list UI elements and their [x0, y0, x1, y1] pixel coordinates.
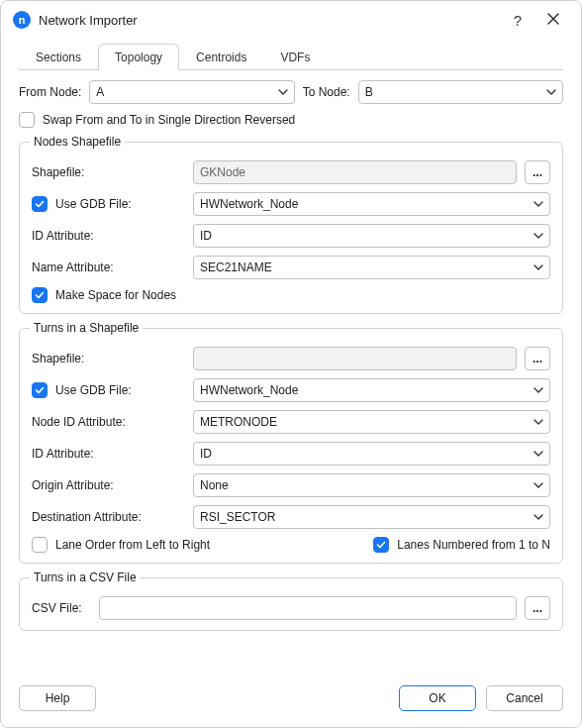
lanes-numbered-label: Lanes Numbered from 1 to N: [397, 538, 550, 552]
group-legend: Nodes Shapefile: [30, 135, 125, 149]
footer: Help OK Cancel: [1, 676, 581, 727]
turns-nodeid-select[interactable]: METRONODE: [193, 410, 550, 434]
csv-file-label: CSV File:: [32, 601, 91, 615]
to-node-select[interactable]: B: [358, 80, 563, 104]
shapefile-label: Shapefile:: [32, 165, 185, 179]
nodes-shapefile-group: Nodes Shapefile Shapefile: GKNode ... Us…: [19, 142, 563, 314]
tab-topology[interactable]: Topology: [98, 44, 179, 70]
make-space-checkbox[interactable]: Make Space for Nodes: [32, 287, 176, 303]
lane-order-checkbox[interactable]: Lane Order from Left to Right: [32, 537, 210, 553]
app-icon-letter: n: [19, 14, 26, 26]
tab-sections[interactable]: Sections: [19, 44, 98, 70]
help-button[interactable]: Help: [19, 685, 96, 711]
use-gdb-label: Use GDB File:: [55, 383, 132, 397]
close-icon: [547, 12, 559, 28]
nodes-id-select[interactable]: ID: [193, 224, 550, 248]
turns-dest-row: Destination Attribute: RSI_SECTOR: [32, 505, 550, 529]
nodes-name-row: Name Attribute: SEC21NAME: [32, 256, 550, 279]
nodes-shapefile-browse-button[interactable]: ...: [525, 160, 550, 184]
app-icon: n: [13, 11, 31, 29]
ellipsis-icon: ...: [533, 165, 542, 179]
question-icon: ?: [514, 12, 522, 29]
chevron-down-icon: [534, 480, 543, 490]
chevron-down-icon: [546, 87, 556, 97]
turns-id-select[interactable]: ID: [193, 442, 550, 466]
nodes-use-gdb-checkbox[interactable]: Use GDB File:: [32, 196, 185, 212]
turns-lane-opts-row: Lane Order from Left to Right Lanes Numb…: [32, 537, 550, 553]
chevron-down-icon: [534, 385, 543, 395]
turns-shapefile-field[interactable]: [193, 347, 517, 370]
nodes-name-value: SEC21NAME: [200, 260, 272, 274]
nodes-shapefile-value: GKNode: [200, 165, 245, 179]
turns-shapefile-row: Shapefile: ...: [32, 347, 550, 370]
turns-origin-value: None: [200, 478, 229, 492]
tab-bar: Sections Topology Centroids VDFs: [19, 43, 563, 70]
ellipsis-icon: ...: [533, 601, 542, 615]
csv-file-field[interactable]: [99, 596, 517, 620]
tab-label: VDFs: [280, 51, 310, 64]
make-space-label: Make Space for Nodes: [55, 288, 176, 302]
window-title: Network Importer: [39, 13, 138, 28]
lanes-numbered-checkbox[interactable]: Lanes Numbered from 1 to N: [373, 537, 550, 553]
lane-order-label: Lane Order from Left to Right: [55, 538, 210, 552]
turns-nodeid-value: METRONODE: [200, 415, 277, 429]
id-attr-label: ID Attribute:: [32, 229, 185, 243]
ok-button[interactable]: OK: [399, 685, 476, 711]
chevron-down-icon: [534, 231, 543, 241]
tab-label: Topology: [115, 51, 162, 64]
titlebar: n Network Importer ?: [1, 1, 581, 39]
tab-vdfs[interactable]: VDFs: [263, 44, 327, 70]
checkbox-box: [32, 382, 48, 398]
nodes-gdb-select[interactable]: HWNetwork_Node: [193, 192, 550, 216]
cancel-button-label: Cancel: [506, 691, 542, 705]
dialog-window: n Network Importer ? Sections Topology C…: [0, 0, 582, 728]
use-gdb-label: Use GDB File:: [55, 197, 132, 211]
nodes-id-row: ID Attribute: ID: [32, 224, 550, 248]
chevron-down-icon: [534, 417, 543, 427]
chevron-down-icon: [534, 199, 543, 209]
turns-use-gdb-checkbox[interactable]: Use GDB File:: [32, 382, 185, 398]
help-titlebar-button[interactable]: ?: [500, 5, 535, 35]
chevron-down-icon: [534, 512, 543, 522]
chevron-down-icon: [534, 262, 543, 272]
from-to-row: From Node: A To Node: B: [19, 80, 563, 104]
turns-nodeid-row: Node ID Attribute: METRONODE: [32, 410, 550, 434]
checkbox-box: [32, 287, 48, 303]
ellipsis-icon: ...: [533, 352, 542, 365]
tab-label: Sections: [36, 51, 81, 64]
turns-origin-select[interactable]: None: [193, 473, 550, 497]
nodes-gdb-value: HWNetwork_Node: [200, 197, 298, 211]
from-node-label: From Node:: [19, 85, 81, 99]
to-node-value: B: [365, 85, 373, 99]
check-icon: [35, 290, 45, 300]
close-button[interactable]: [535, 5, 571, 35]
swap-label: Swap From and To in Single Direction Rev…: [43, 113, 295, 127]
turns-id-row: ID Attribute: ID: [32, 442, 550, 466]
dest-attr-label: Destination Attribute:: [32, 510, 185, 524]
from-node-select[interactable]: A: [89, 80, 294, 104]
check-icon: [35, 385, 45, 395]
turns-csv-group: Turns in a CSV File CSV File: ...: [19, 577, 563, 631]
tab-label: Centroids: [196, 51, 246, 64]
turns-gdb-row: Use GDB File: HWNetwork_Node: [32, 378, 550, 402]
turns-dest-select[interactable]: RSI_SECTOR: [193, 505, 550, 529]
turns-id-value: ID: [200, 447, 212, 461]
csv-file-browse-button[interactable]: ...: [525, 596, 550, 620]
cancel-button[interactable]: Cancel: [486, 685, 563, 711]
turns-gdb-value: HWNetwork_Node: [200, 383, 298, 397]
ok-button-label: OK: [429, 691, 445, 705]
chevron-down-icon: [534, 449, 543, 459]
tab-centroids[interactable]: Centroids: [179, 44, 263, 70]
nodes-gdb-row: Use GDB File: HWNetwork_Node: [32, 192, 550, 216]
nodes-name-select[interactable]: SEC21NAME: [193, 256, 550, 279]
turns-dest-value: RSI_SECTOR: [200, 510, 275, 524]
turns-shapefile-browse-button[interactable]: ...: [525, 347, 550, 370]
make-space-row: Make Space for Nodes: [32, 287, 550, 303]
swap-checkbox[interactable]: Swap From and To in Single Direction Rev…: [19, 112, 295, 128]
group-legend: Turns in a CSV File: [30, 571, 141, 584]
check-icon: [35, 199, 45, 209]
csv-file-row: CSV File: ...: [32, 596, 550, 620]
nodes-shapefile-field[interactable]: GKNode: [193, 160, 517, 184]
turns-gdb-select[interactable]: HWNetwork_Node: [193, 378, 550, 402]
content-area: Sections Topology Centroids VDFs From No…: [1, 39, 581, 676]
